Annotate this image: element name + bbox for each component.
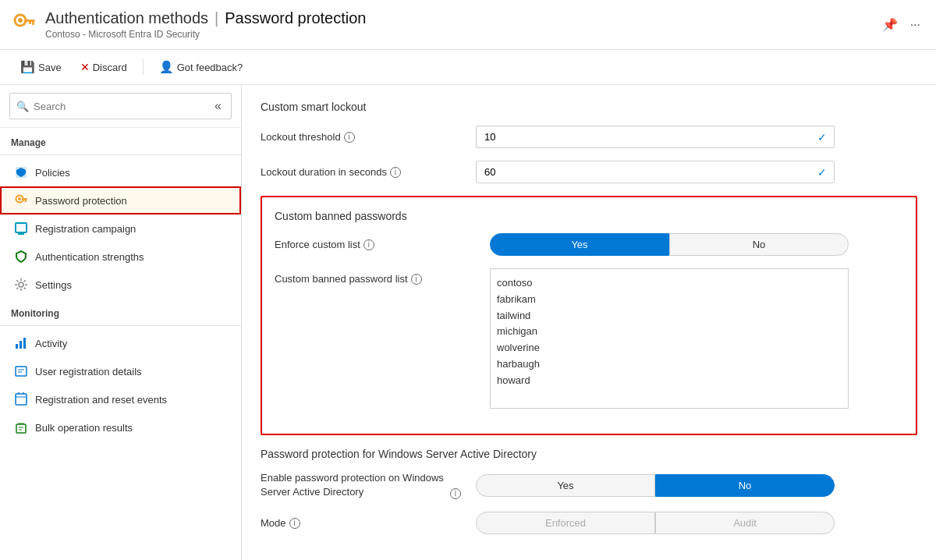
header: Authentication methods | Password protec…: [0, 0, 936, 50]
windows-section-title: Password protection for Windows Server A…: [261, 448, 917, 460]
save-label: Save: [38, 62, 62, 73]
user-registration-icon: [13, 363, 29, 379]
lockout-duration-row: Lockout duration in seconds i 60 30 120 …: [261, 161, 917, 183]
svg-rect-15: [16, 344, 18, 349]
discard-button[interactable]: ✕ Discard: [73, 57, 135, 77]
enforce-no-button[interactable]: No: [669, 233, 849, 256]
header-subtitle: Contoso - Microsoft Entra ID Security: [45, 29, 366, 40]
save-icon: 💾: [20, 60, 35, 74]
lockout-duration-info-icon[interactable]: i: [390, 167, 401, 178]
svg-rect-10: [23, 200, 25, 201]
sidebar-monitoring-label: Monitoring: [0, 299, 241, 322]
svg-rect-3: [32, 22, 34, 25]
more-button[interactable]: ···: [907, 15, 924, 35]
svg-rect-11: [16, 223, 27, 232]
search-input[interactable]: [34, 101, 207, 112]
lockout-threshold-label: Lockout threshold i: [261, 131, 463, 143]
auth-strengths-icon: [13, 249, 29, 264]
header-actions: 📌 ···: [879, 14, 924, 35]
discard-icon: ✕: [80, 61, 90, 73]
registration-campaign-icon: [13, 221, 29, 236]
sidebar-search-area: 🔍 «: [0, 85, 241, 128]
mode-row: Mode i Enforced Audit: [261, 512, 917, 534]
main-content: Custom smart lockout Lockout threshold i…: [242, 85, 936, 560]
sidebar-item-auth-strengths[interactable]: Authentication strengths: [0, 243, 241, 271]
mode-enforced-button[interactable]: Enforced: [476, 512, 655, 534]
svg-rect-2: [24, 19, 35, 22]
svg-rect-8: [22, 198, 27, 200]
sidebar-item-registration-reset[interactable]: Registration and reset events: [0, 385, 241, 413]
lockout-threshold-select[interactable]: 10 5 15 20: [476, 126, 835, 148]
svg-rect-18: [16, 367, 27, 376]
banned-passwords-title: Custom banned passwords: [275, 210, 903, 222]
svg-rect-26: [18, 423, 24, 424]
sidebar-item-user-registration[interactable]: User registration details: [0, 357, 241, 385]
save-button[interactable]: 💾 Save: [12, 56, 69, 78]
activity-icon: [13, 335, 29, 351]
policies-icon: [13, 165, 29, 180]
header-main-title: Authentication methods | Password protec…: [45, 9, 366, 27]
settings-icon: [13, 277, 29, 292]
lockout-threshold-select-wrap: 10 5 15 20 ✓: [476, 126, 835, 148]
policies-label: Policies: [35, 167, 70, 179]
toolbar-divider: [143, 59, 144, 75]
registration-reset-icon: [13, 392, 29, 407]
header-titles: Authentication methods | Password protec…: [45, 9, 366, 40]
settings-label: Settings: [35, 279, 72, 291]
banned-passwords-section: Custom banned passwords Enforce custom l…: [261, 196, 917, 435]
lockout-threshold-row: Lockout threshold i 10 5 15 20 ✓: [261, 126, 917, 148]
enable-windows-yes-button[interactable]: Yes: [476, 474, 655, 497]
pin-button[interactable]: 📌: [879, 14, 901, 35]
enforce-yes-button[interactable]: Yes: [490, 233, 669, 256]
svg-point-14: [19, 282, 23, 287]
feedback-button[interactable]: 👤 Got feedback?: [151, 56, 251, 78]
sidebar-item-settings[interactable]: Settings: [0, 271, 241, 299]
sidebar-item-activity[interactable]: Activity: [0, 329, 241, 357]
enforce-toggle-group: Yes No: [490, 233, 849, 256]
banned-list-info-icon[interactable]: i: [411, 274, 422, 285]
sidebar-item-policies[interactable]: Policies: [0, 158, 241, 186]
svg-rect-9: [25, 200, 27, 202]
toolbar: 💾 Save ✕ Discard 👤 Got feedback?: [0, 50, 936, 85]
sidebar-item-bulk-operation[interactable]: Bulk operation results: [0, 413, 241, 441]
lockout-duration-label: Lockout duration in seconds i: [261, 166, 463, 178]
sidebar-divider-monitoring: [0, 325, 241, 326]
enforce-list-row: Enforce custom list i Yes No: [275, 233, 903, 256]
banned-list-label: Custom banned password list i: [275, 273, 477, 285]
header-page-title: Password protection: [225, 9, 366, 27]
sidebar: 🔍 « Manage Policies P: [0, 85, 242, 560]
feedback-label: Got feedback?: [177, 62, 243, 73]
header-key-icon: [12, 12, 37, 37]
registration-campaign-label: Registration campaign: [35, 223, 136, 235]
smart-lockout-title: Custom smart lockout: [261, 101, 917, 113]
sidebar-item-registration-campaign[interactable]: Registration campaign: [0, 214, 241, 243]
lockout-threshold-info-icon[interactable]: i: [344, 132, 355, 143]
breadcrumb-auth[interactable]: Authentication methods: [45, 9, 208, 27]
body: 🔍 « Manage Policies P: [0, 85, 936, 560]
svg-rect-17: [23, 338, 26, 349]
bulk-operation-icon: [13, 420, 29, 435]
svg-rect-4: [29, 22, 31, 24]
activity-label: Activity: [35, 338, 67, 349]
mode-audit-button[interactable]: Audit: [655, 512, 835, 534]
bulk-operation-label: Bulk operation results: [35, 422, 133, 434]
lockout-duration-select-wrap: 60 30 120 300 ✓: [476, 161, 835, 183]
sidebar-item-password-protection[interactable]: Password protection: [0, 186, 241, 214]
auth-strengths-label: Authentication strengths: [35, 251, 144, 263]
enable-windows-no-button[interactable]: No: [655, 474, 835, 497]
enable-windows-info-icon[interactable]: i: [450, 488, 461, 499]
lockout-duration-select[interactable]: 60 30 120 300: [476, 161, 835, 183]
svg-rect-16: [20, 341, 22, 349]
collapse-button[interactable]: «: [211, 97, 225, 115]
svg-point-7: [18, 197, 21, 200]
banned-list-row: Custom banned password list i contoso fa…: [275, 268, 903, 409]
mode-info-icon[interactable]: i: [289, 518, 300, 529]
sidebar-divider-manage: [0, 154, 241, 155]
password-protection-icon: [13, 193, 29, 208]
banned-list-textarea[interactable]: contoso fabrikam tailwind michigan wolve…: [490, 268, 849, 409]
svg-rect-21: [16, 394, 27, 405]
search-wrap: 🔍 «: [9, 93, 232, 119]
header-separator: |: [214, 9, 218, 27]
feedback-icon: 👤: [159, 60, 174, 74]
enforce-list-info-icon[interactable]: i: [363, 239, 374, 250]
